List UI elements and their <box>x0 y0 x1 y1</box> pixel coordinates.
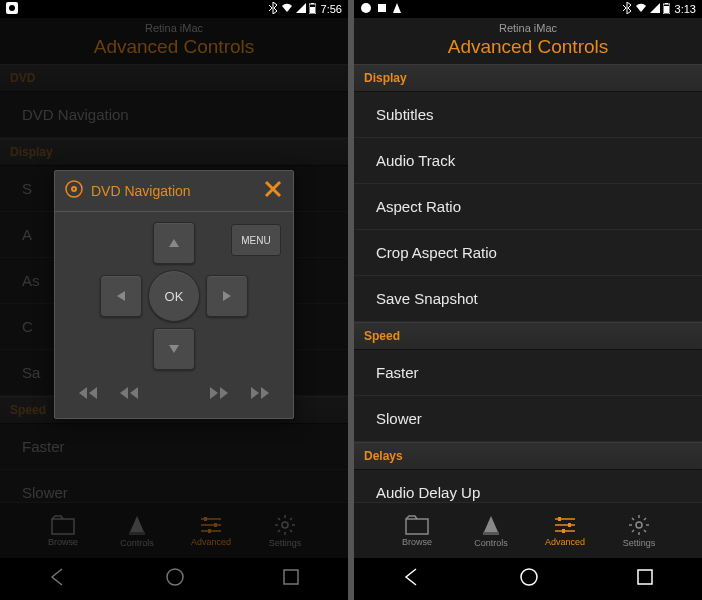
screen-a: 7:56 Retina iMac Advanced Controls DVD D… <box>0 0 348 600</box>
tab-controls[interactable]: Controls <box>467 514 515 548</box>
bluetooth-icon <box>268 2 278 16</box>
svg-rect-5 <box>52 519 74 534</box>
list-scroll[interactable]: Display Subtitles Audio Track Aspect Rat… <box>354 64 702 502</box>
dpad-down[interactable] <box>153 328 195 370</box>
list-item-slower[interactable]: Slower <box>354 396 702 442</box>
tab-advanced[interactable]: Advanced <box>187 515 235 547</box>
dpad: MENU OK <box>55 212 293 372</box>
svg-rect-8 <box>204 517 207 521</box>
dvd-navigation-dialog: DVD Navigation MENU OK <box>54 170 294 419</box>
tab-label: Controls <box>120 538 154 548</box>
notification-icon <box>360 2 372 16</box>
svg-point-19 <box>361 3 371 13</box>
close-icon[interactable] <box>263 179 283 203</box>
tab-label: Browse <box>402 537 432 547</box>
tab-label: Settings <box>269 538 302 548</box>
wifi-icon <box>281 3 293 15</box>
nav-home-icon[interactable] <box>165 567 185 591</box>
status-time: 7:56 <box>321 3 342 15</box>
nav-home-icon[interactable] <box>519 567 539 591</box>
svg-rect-31 <box>562 529 565 533</box>
svg-rect-6 <box>129 532 145 535</box>
page-title: Advanced Controls <box>354 34 702 64</box>
svg-point-33 <box>521 569 537 585</box>
bottom-toolbar: Browse Controls Advanced Settings <box>354 502 702 558</box>
svg-rect-23 <box>664 6 669 13</box>
svg-point-1 <box>9 5 15 11</box>
tab-label: Browse <box>48 537 78 547</box>
dpad-up[interactable] <box>153 222 195 264</box>
battery-icon <box>663 3 670 16</box>
page-title: Advanced Controls <box>0 34 348 64</box>
dialog-title: DVD Navigation <box>91 183 191 199</box>
dpad-ok[interactable]: OK <box>148 270 200 322</box>
list-item-faster[interactable]: Faster <box>0 424 348 470</box>
list-item-dvd-navigation[interactable]: DVD Navigation <box>0 92 348 138</box>
svg-rect-20 <box>378 4 386 12</box>
disc-icon <box>65 180 83 202</box>
svg-rect-3 <box>311 3 314 4</box>
list-item-slower[interactable]: Slower <box>0 470 348 502</box>
svg-rect-22 <box>665 3 668 4</box>
skip-back-icon[interactable] <box>67 378 107 408</box>
wifi-icon <box>635 3 647 15</box>
tab-settings[interactable]: Settings <box>615 514 663 548</box>
svg-point-18 <box>73 188 75 190</box>
list-item-faster[interactable]: Faster <box>354 350 702 396</box>
tab-label: Advanced <box>191 537 231 547</box>
section-display: Display <box>354 64 702 92</box>
tab-controls[interactable]: Controls <box>113 514 161 548</box>
svg-rect-10 <box>214 523 217 527</box>
dpad-left[interactable] <box>100 275 142 317</box>
rewind-icon[interactable] <box>109 378 149 408</box>
tab-settings[interactable]: Settings <box>261 514 309 548</box>
device-label: Retina iMac <box>354 18 702 34</box>
tab-browse[interactable]: Browse <box>39 515 87 547</box>
svg-rect-29 <box>568 523 571 527</box>
menu-button[interactable]: MENU <box>231 224 281 256</box>
section-display: Display <box>0 138 348 166</box>
nav-back-icon[interactable] <box>402 567 422 591</box>
skip-forward-icon[interactable] <box>241 378 281 408</box>
svg-rect-27 <box>558 517 561 521</box>
svg-point-13 <box>282 522 288 528</box>
list-item-subtitles[interactable]: Subtitles <box>354 92 702 138</box>
ok-label: OK <box>165 289 184 304</box>
svg-point-32 <box>636 522 642 528</box>
tab-browse[interactable]: Browse <box>393 515 441 547</box>
bottom-toolbar: Browse Controls Advanced Settings <box>0 502 348 558</box>
nav-recent-icon[interactable] <box>636 568 654 590</box>
dpad-right[interactable] <box>206 275 248 317</box>
svg-point-14 <box>167 569 183 585</box>
list-item-audio-delay-up[interactable]: Audio Delay Up <box>354 470 702 502</box>
section-dvd: DVD <box>0 64 348 92</box>
nav-back-icon[interactable] <box>48 567 68 591</box>
transport-controls <box>55 372 293 408</box>
signal-icon <box>296 3 306 15</box>
status-bar: 3:13 <box>354 0 702 18</box>
list-item-save-snapshot[interactable]: Save Snapshot <box>354 276 702 322</box>
battery-icon <box>309 3 316 16</box>
nav-recent-icon[interactable] <box>282 568 300 590</box>
tab-label: Advanced <box>545 537 585 547</box>
list-item-audio-track[interactable]: Audio Track <box>354 138 702 184</box>
list-item-crop-aspect[interactable]: Crop Aspect Ratio <box>354 230 702 276</box>
section-delays: Delays <box>354 442 702 470</box>
svg-rect-15 <box>284 570 298 584</box>
tab-label: Settings <box>623 538 656 548</box>
notification-icon <box>6 2 18 16</box>
svg-rect-25 <box>483 532 499 535</box>
svg-rect-24 <box>406 519 428 534</box>
android-nav-bar <box>354 558 702 600</box>
status-bar: 7:56 <box>0 0 348 18</box>
list-item-aspect-ratio[interactable]: Aspect Ratio <box>354 184 702 230</box>
screen-b: 3:13 Retina iMac Advanced Controls Displ… <box>354 0 702 600</box>
signal-icon <box>650 3 660 15</box>
svg-rect-34 <box>638 570 652 584</box>
notification-icon <box>376 2 388 16</box>
forward-icon[interactable] <box>199 378 239 408</box>
android-nav-bar <box>0 558 348 600</box>
status-time: 3:13 <box>675 3 696 15</box>
device-label: Retina iMac <box>0 18 348 34</box>
tab-advanced[interactable]: Advanced <box>541 515 589 547</box>
